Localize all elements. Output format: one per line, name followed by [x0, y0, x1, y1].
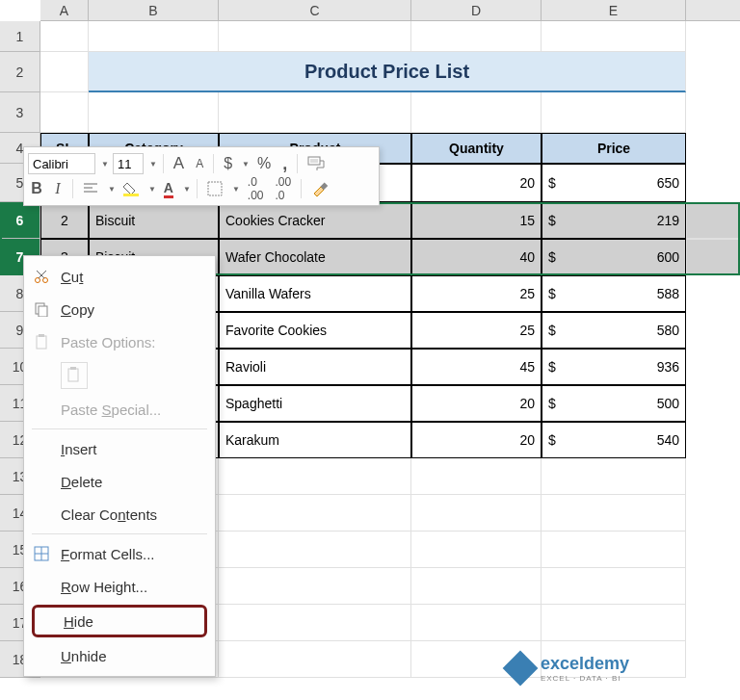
chevron-down-icon[interactable]: ▼	[149, 160, 157, 169]
row-header[interactable]: 6	[0, 202, 40, 239]
currency-button[interactable]: $	[220, 153, 236, 174]
decrease-decimal-button[interactable]: .00.0	[272, 178, 296, 199]
cell[interactable]: 25	[411, 275, 542, 312]
cell[interactable]	[542, 92, 686, 133]
chevron-down-icon[interactable]: ▼	[148, 185, 156, 194]
chevron-down-icon[interactable]: ▼	[108, 185, 116, 194]
font-name-select[interactable]	[28, 153, 95, 174]
fill-color-button[interactable]	[119, 178, 143, 199]
cell[interactable]: $540	[542, 422, 686, 458]
cell[interactable]	[89, 21, 219, 52]
hide-menu-item[interactable]: Hide	[32, 605, 207, 637]
cell[interactable]	[411, 92, 542, 133]
cell[interactable]	[411, 495, 542, 531]
cell[interactable]	[411, 21, 542, 52]
font-color-button[interactable]: A	[160, 178, 177, 199]
cell[interactable]: $219	[542, 202, 686, 239]
delete-menu-item[interactable]: Delete	[24, 465, 215, 498]
row-height-menu-item[interactable]: Row Height...	[24, 570, 215, 603]
cell[interactable]	[40, 92, 89, 133]
cell[interactable]	[411, 568, 542, 605]
chevron-down-icon[interactable]: ▼	[232, 185, 240, 194]
cut-menu-item[interactable]: Cut	[24, 260, 215, 293]
cell[interactable]	[219, 605, 411, 641]
chevron-down-icon[interactable]: ▼	[242, 160, 250, 169]
cell[interactable]: $936	[542, 349, 686, 385]
format-painter-icon[interactable]	[304, 153, 329, 174]
cell[interactable]: $580	[542, 312, 686, 349]
cell[interactable]: Biscuit	[89, 202, 219, 239]
copy-menu-item[interactable]: Copy	[24, 293, 215, 325]
cell[interactable]: Quantity	[411, 133, 542, 164]
unhide-menu-item[interactable]: Unhide	[24, 639, 215, 672]
bold-button[interactable]: B	[28, 178, 45, 199]
cell[interactable]	[40, 21, 89, 52]
cell[interactable]: 20	[411, 385, 542, 422]
cell[interactable]: Ravioli	[219, 349, 411, 385]
chevron-down-icon[interactable]: ▼	[101, 160, 109, 169]
cell[interactable]: Price	[542, 133, 686, 164]
format-cells-menu-item[interactable]: Format Cells...	[24, 537, 215, 570]
grow-font-button[interactable]: A	[170, 153, 188, 174]
row-header[interactable]: 3	[0, 92, 40, 133]
cell[interactable]	[219, 92, 411, 133]
cell[interactable]: $500	[542, 385, 686, 422]
column-header[interactable]: C	[219, 0, 411, 21]
cell[interactable]	[219, 21, 411, 52]
cell[interactable]	[219, 531, 411, 568]
title-cell[interactable]: Product Price List	[89, 52, 686, 92]
cell[interactable]	[686, 202, 740, 239]
cell[interactable]: $588	[542, 275, 686, 312]
comma-button[interactable]: ,	[278, 153, 291, 174]
font-size-select[interactable]	[113, 153, 144, 174]
cell[interactable]	[542, 531, 686, 568]
cell[interactable]	[411, 531, 542, 568]
cell[interactable]	[686, 239, 740, 275]
cell[interactable]: Wafer Chocolate	[219, 239, 411, 275]
format-painter-brush-icon[interactable]	[307, 178, 332, 199]
cell[interactable]	[542, 458, 686, 495]
cell[interactable]: $600	[542, 239, 686, 275]
cell[interactable]: 20	[411, 164, 542, 202]
row-header[interactable]: 1	[0, 21, 40, 52]
cell[interactable]: 45	[411, 349, 542, 385]
cell[interactable]	[219, 458, 411, 495]
cell[interactable]	[411, 605, 542, 641]
cell[interactable]	[219, 495, 411, 531]
chevron-down-icon[interactable]: ▼	[183, 185, 191, 194]
cell[interactable]: 40	[411, 239, 542, 275]
italic-button[interactable]: I	[49, 178, 66, 199]
cell[interactable]	[542, 605, 686, 641]
percent-button[interactable]: %	[253, 153, 275, 174]
cell[interactable]	[219, 568, 411, 605]
align-button[interactable]	[79, 178, 102, 199]
cell[interactable]: 25	[411, 312, 542, 349]
clear-contents-menu-item[interactable]: Clear Contents	[24, 498, 215, 531]
cell[interactable]: Favorite Cookies	[219, 312, 411, 349]
cell[interactable]	[219, 641, 411, 678]
shrink-font-button[interactable]: A	[192, 153, 207, 174]
paste-option-icon[interactable]	[61, 362, 88, 389]
cell[interactable]: $650	[542, 164, 686, 202]
cell[interactable]: 15	[411, 202, 542, 239]
row-header[interactable]: 2	[0, 52, 40, 92]
cell[interactable]: Vanilla Wafers	[219, 275, 411, 312]
borders-button[interactable]	[203, 178, 226, 199]
cell[interactable]: Karakum	[219, 422, 411, 458]
column-header[interactable]: B	[89, 0, 219, 21]
cell[interactable]: Spaghetti	[219, 385, 411, 422]
cell[interactable]	[542, 568, 686, 605]
cell[interactable]	[411, 458, 542, 495]
column-header[interactable]: E	[542, 0, 686, 21]
column-header[interactable]: A	[40, 0, 89, 21]
column-header[interactable]: D	[411, 0, 542, 21]
cell[interactable]: 2	[40, 202, 89, 239]
cell[interactable]	[40, 52, 89, 92]
cell[interactable]	[542, 21, 686, 52]
insert-menu-item[interactable]: Insert	[24, 432, 215, 465]
cell[interactable]: 20	[411, 422, 542, 458]
increase-decimal-button[interactable]: .0.00	[244, 178, 268, 199]
cell[interactable]: Cookies Cracker	[219, 202, 411, 239]
cell[interactable]	[89, 92, 219, 133]
cell[interactable]	[542, 495, 686, 531]
